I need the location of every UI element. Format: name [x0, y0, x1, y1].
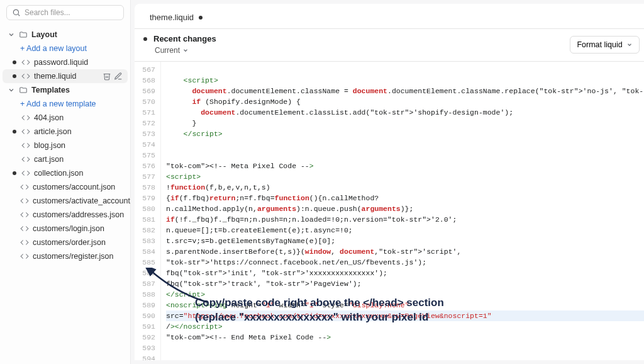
section-label: Layout	[31, 30, 57, 39]
code-file-icon	[20, 196, 29, 205]
file-article-json[interactable]: article.json	[3, 125, 128, 139]
file-customers-addresses[interactable]: customers/addresses.json	[3, 208, 128, 222]
section-label: Templates	[31, 86, 70, 94]
section-layout[interactable]: Layout	[3, 28, 128, 42]
folder-icon	[19, 86, 28, 94]
code-file-icon	[21, 155, 30, 164]
code-area[interactable]: <script> document.documentElement.classN…	[161, 62, 644, 360]
trash-icon[interactable]	[103, 72, 111, 81]
file-customers-activate[interactable]: customers/activate_account.json	[3, 194, 128, 208]
code-file-icon	[21, 58, 30, 67]
edit-icon[interactable]	[114, 72, 123, 81]
code-file-icon	[20, 252, 29, 261]
current-label: Current	[155, 46, 180, 55]
file-label: theme.liquid	[34, 72, 76, 81]
code-editor[interactable]: 5675685695705715725735745755765775785795…	[135, 62, 644, 360]
file-label: article.json	[34, 127, 72, 136]
file-blog-json[interactable]: blog.json	[3, 139, 128, 152]
file-password-liquid[interactable]: password.liquid	[3, 55, 128, 69]
recent-changes-label: Recent changes	[153, 34, 216, 43]
file-label: customers/account.json	[33, 183, 115, 191]
modified-dot	[13, 60, 16, 64]
file-theme-liquid[interactable]: theme.liquid	[3, 69, 128, 83]
code-file-icon	[21, 141, 30, 150]
code-file-icon	[20, 224, 29, 233]
add-template-button[interactable]: + Add a new template	[3, 97, 128, 111]
code-file-icon	[21, 72, 30, 81]
tab-label: theme.liquid	[150, 13, 194, 22]
search-icon	[12, 8, 21, 17]
file-label: blog.json	[34, 141, 65, 150]
file-label: cart.json	[34, 155, 64, 164]
chevron-down-icon	[8, 30, 15, 39]
file-customers-login[interactable]: customers/login.json	[3, 222, 128, 236]
file-label: collection.json	[34, 169, 84, 178]
sub-header: Recent changes Current Format liquid Sav…	[135, 29, 644, 62]
tab-theme-liquid[interactable]: theme.liquid	[141, 8, 213, 28]
add-layout-button[interactable]: + Add a new layout	[3, 42, 128, 55]
line-gutter: 5675685695705715725735745755765775785795…	[135, 62, 161, 360]
file-label: customers/addresses.json	[33, 210, 124, 219]
file-sidebar: Layout + Add a new layout password.liqui…	[0, 0, 131, 364]
file-cart-json[interactable]: cart.json	[3, 152, 128, 166]
file-customers-account[interactable]: customers/account.json	[3, 180, 128, 194]
version-dropdown[interactable]: Current	[155, 46, 216, 55]
file-label: customers/activate_account.json	[33, 196, 130, 205]
main-panel: theme.liquid Recent changes Current Form…	[131, 0, 644, 364]
file-404-json[interactable]: 404.json	[3, 111, 128, 125]
tab-bar: theme.liquid	[135, 4, 644, 29]
code-file-icon	[21, 169, 30, 178]
file-label: 404.json	[34, 113, 64, 122]
file-label: customers/order.json	[33, 238, 106, 247]
file-label: customers/register.json	[33, 252, 114, 261]
modified-dot	[143, 37, 147, 41]
chevron-down-icon	[626, 42, 633, 48]
folder-icon	[19, 30, 28, 39]
file-tree: Layout + Add a new layout password.liqui…	[0, 25, 130, 364]
code-file-icon	[21, 113, 30, 122]
section-templates[interactable]: Templates	[3, 83, 128, 97]
svg-point-0	[13, 9, 18, 14]
file-collection-json[interactable]: collection.json	[3, 166, 128, 180]
code-file-icon	[21, 127, 30, 136]
chevron-down-icon	[182, 47, 189, 54]
file-label: password.liquid	[34, 58, 88, 67]
file-customers-register[interactable]: customers/register.json	[3, 249, 128, 263]
modified-dot	[13, 74, 16, 78]
search-input-wrap[interactable]	[6, 5, 124, 20]
chevron-down-icon	[8, 86, 15, 94]
file-customers-order[interactable]: customers/order.json	[3, 236, 128, 249]
format-liquid-button[interactable]: Format liquid	[570, 36, 639, 54]
svg-line-1	[18, 14, 20, 16]
code-file-icon	[20, 210, 29, 219]
search-input[interactable]	[25, 8, 119, 17]
modified-dot	[199, 16, 203, 20]
code-file-icon	[20, 238, 29, 247]
code-file-icon	[20, 183, 29, 191]
file-label: customers/login.json	[33, 224, 104, 233]
